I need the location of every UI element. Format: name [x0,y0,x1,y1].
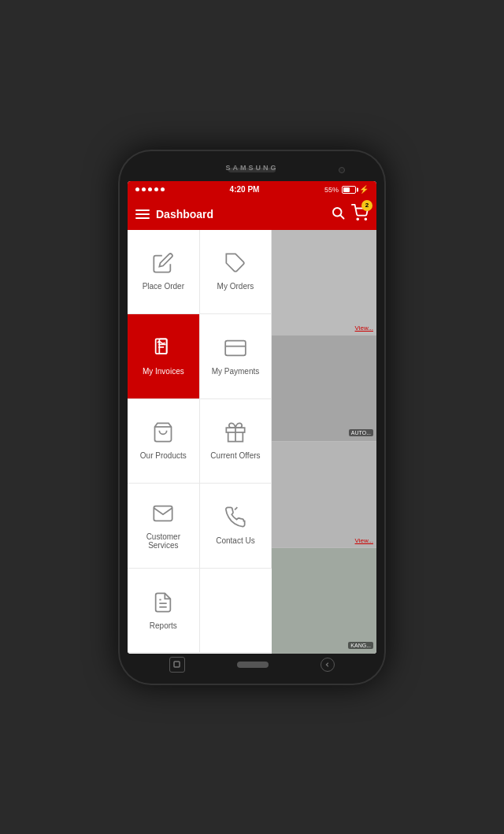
dot-4 [154,187,158,191]
gift-icon [224,421,246,447]
search-icon[interactable] [331,206,345,223]
edit-icon [152,252,174,277]
menu-item-my-orders[interactable]: My Orders [200,230,272,315]
battery-icon [342,186,356,194]
menu-item-place-order[interactable]: Place Order [128,230,200,315]
phone-top-bar: SAMSUNG [128,159,376,181]
svg-line-14 [235,507,237,510]
menu-item-current-offers[interactable]: Current Offers [200,399,272,484]
menu-grid: Place Order My Orders [128,230,272,654]
dot-5 [161,187,165,191]
reports-label: Reports [150,621,177,630]
signal-dots [135,187,165,191]
view-link-2[interactable]: View... [355,537,373,544]
phone-brand: SAMSUNG [225,164,278,172]
svg-point-2 [357,218,358,220]
back-btn[interactable] [321,658,335,672]
app-header: Dashboard 2 [128,198,376,230]
header-right: 2 [331,204,369,224]
battery-percent: 55% [324,186,339,194]
status-right: 55% ⚡ [324,185,369,194]
menu-item-contact-us[interactable]: Contact Us [200,484,272,569]
side-block-2: AUTO... [272,335,376,442]
cart-badge: 2 [361,200,372,211]
side-block-3: View... [272,442,376,548]
hamburger-line-3 [135,217,150,219]
svg-point-3 [365,218,366,220]
menu-item-our-products[interactable]: Our Products [128,399,200,484]
main-content: Place Order My Orders [128,230,376,654]
current-offers-label: Current Offers [210,451,260,460]
email-icon [152,502,174,528]
invoice-icon [152,337,174,362]
status-time: 4:20 PM [230,185,260,194]
cart-container[interactable]: 2 [351,204,369,224]
our-products-label: Our Products [140,451,187,460]
menu-item-my-invoices[interactable]: My Invoices [128,314,200,399]
dot-2 [142,187,146,191]
svg-rect-5 [156,339,167,354]
contact-us-label: Contact Us [216,536,254,545]
bolt-icon: ⚡ [359,185,369,194]
recent-apps-btn[interactable] [169,657,185,673]
battery-fill [343,187,350,192]
side-block-1: View... [272,230,376,336]
status-bar: 4:20 PM 55% ⚡ [128,181,376,198]
side-panel-content: View... AUTO... View... KANG... [272,230,376,654]
view-link-1[interactable]: View... [355,324,373,332]
my-invoices-label: My Invoices [143,367,184,376]
svg-rect-6 [160,339,167,354]
phone-device: SAMSUNG 4:20 PM 55% ⚡ [118,150,386,685]
header-title: Dashboard [156,208,213,221]
kang-label: KANG... [348,642,373,649]
side-panel: View... AUTO... View... KANG... [272,230,376,654]
tag-icon [224,252,246,277]
my-payments-label: My Payments [212,367,260,376]
phone-bottom-bar [128,654,376,676]
menu-item-customer-services[interactable]: Customer Services [128,484,200,569]
place-order-label: Place Order [143,282,184,291]
header-left: Dashboard [135,208,213,221]
home-btn[interactable] [237,662,269,668]
dot-1 [135,187,139,191]
phone-icon [224,506,246,532]
menu-item-reports[interactable]: Reports [128,569,200,654]
hamburger-line-1 [135,209,150,211]
svg-rect-9 [225,341,246,356]
hamburger-menu[interactable] [135,209,150,219]
dot-3 [148,187,152,191]
customer-services-label: Customer Services [132,532,195,550]
menu-item-empty [200,569,272,654]
svg-rect-17 [174,662,180,667]
menu-item-my-payments[interactable]: My Payments [200,314,272,399]
side-block-4: KANG... [272,548,376,654]
report-icon [152,591,174,617]
my-orders-label: My Orders [217,282,254,291]
wallet-icon [224,337,246,362]
phone-camera [339,167,345,173]
auto-label: AUTO... [349,429,373,436]
bag-icon [152,421,174,447]
svg-line-1 [340,215,343,218]
phone-screen: 4:20 PM 55% ⚡ Dashboard [128,181,376,654]
hamburger-line-2 [135,213,150,215]
